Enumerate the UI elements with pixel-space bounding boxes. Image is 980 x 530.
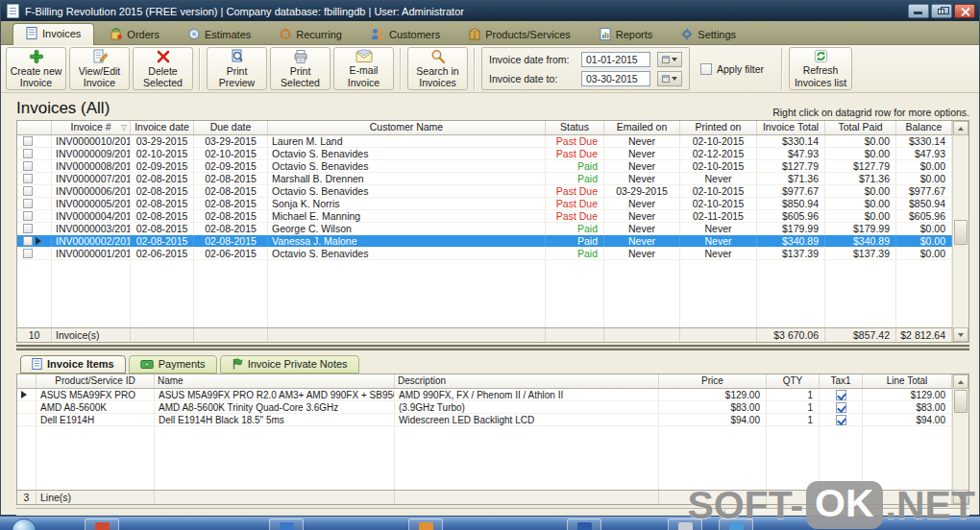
invoices-scrollbar[interactable] bbox=[952, 121, 968, 342]
date-from-picker-button[interactable] bbox=[657, 52, 682, 67]
restore-button[interactable] bbox=[931, 4, 952, 18]
tab-invoices[interactable]: Invoices bbox=[12, 23, 94, 45]
print-selected-button[interactable]: Print Selected bbox=[270, 47, 331, 90]
col-name[interactable]: Name bbox=[155, 374, 395, 388]
item-row[interactable]: ASUS M5A99FX PROASUS M5A99FX PRO R2.0 AM… bbox=[17, 389, 952, 401]
row-checkbox[interactable] bbox=[23, 199, 33, 208]
tab-invoice-private-notes[interactable]: Invoice Private Notes bbox=[220, 355, 359, 373]
scroll-up-button[interactable] bbox=[953, 121, 968, 135]
scroll-up-button[interactable] bbox=[953, 374, 968, 389]
tab-estimates[interactable]: Estimates bbox=[176, 25, 263, 44]
col-price[interactable]: Price bbox=[659, 374, 767, 388]
col-status[interactable]: Status bbox=[546, 121, 604, 134]
close-icon bbox=[961, 8, 969, 16]
col-invoice-number[interactable]: Invoice #▽ bbox=[52, 121, 131, 134]
col-balance[interactable]: Balance bbox=[896, 121, 952, 134]
products-icon bbox=[469, 28, 480, 40]
tab-label: Orders bbox=[127, 29, 159, 40]
invoice-row[interactable]: INV0000003/201502-08-201502-08-2015Georg… bbox=[17, 223, 952, 235]
row-checkbox[interactable] bbox=[23, 211, 33, 221]
line-count: 3 bbox=[17, 491, 37, 504]
col-select[interactable] bbox=[17, 121, 52, 134]
tab-orders[interactable]: Orders bbox=[98, 25, 172, 44]
invoice-row[interactable]: INV0000001/201502-06-201502-06-2015Octav… bbox=[17, 248, 952, 260]
invoice-row-selected[interactable]: INV0000002/201502-08-201502-08-2015Vanes… bbox=[17, 235, 952, 248]
col-due-date[interactable]: Due date bbox=[194, 121, 268, 134]
taskbar-app-2[interactable] bbox=[269, 518, 304, 530]
row-checkbox[interactable] bbox=[23, 236, 33, 246]
col-total-paid[interactable]: Total Paid bbox=[825, 121, 896, 134]
invoices-grid-header: Invoice #▽ Invoice date Due date Custome… bbox=[17, 121, 952, 135]
invoice-row[interactable]: INV0000008/201502-09-201502-09-2015Octav… bbox=[17, 160, 952, 173]
scrollbar-thumb[interactable] bbox=[954, 390, 968, 413]
row-checkbox[interactable] bbox=[23, 186, 33, 196]
row-checkbox[interactable] bbox=[23, 161, 33, 171]
watermark-part1: SOFT- bbox=[687, 483, 803, 528]
tab-label: Estimates bbox=[205, 29, 251, 40]
taskbar-app-3[interactable] bbox=[408, 518, 443, 530]
create-invoice-button[interactable]: Create new Invoice bbox=[6, 47, 66, 90]
orders-icon bbox=[110, 28, 122, 40]
col-invoice-total[interactable]: Invoice Total bbox=[757, 121, 825, 134]
tax1-checkbox-checked[interactable] bbox=[836, 415, 846, 425]
invoice-row[interactable]: INV0000010/201503-29-201503-29-2015Laure… bbox=[17, 135, 952, 148]
scrollbar-thumb[interactable] bbox=[954, 220, 968, 245]
tab-invoice-items[interactable]: Invoice Items bbox=[20, 355, 126, 373]
tab-reports[interactable]: Reports bbox=[587, 25, 666, 44]
tax1-checkbox-checked[interactable] bbox=[836, 390, 846, 400]
tax1-checkbox-checked[interactable] bbox=[836, 402, 846, 413]
toolbar-separator bbox=[781, 48, 783, 90]
row-checkbox[interactable] bbox=[23, 136, 33, 146]
invoices-grid-footer: 10 Invoice(s) $3 670.06 $857.42 $2 812.6… bbox=[17, 327, 952, 342]
row-checkbox[interactable] bbox=[23, 149, 33, 158]
row-checkbox[interactable] bbox=[23, 249, 33, 258]
splitter[interactable] bbox=[16, 345, 969, 350]
taskbar-app-1[interactable] bbox=[85, 518, 119, 530]
start-orb-icon[interactable] bbox=[12, 518, 37, 530]
row-checkbox[interactable] bbox=[23, 224, 33, 233]
scroll-down-button[interactable] bbox=[953, 327, 968, 342]
item-row[interactable]: Dell E1914HDell E1914H Black 18.5" 5msWi… bbox=[17, 414, 952, 426]
taskbar-app-4[interactable] bbox=[567, 518, 601, 530]
delete-selected-button[interactable]: Delete Selected bbox=[133, 47, 193, 90]
search-invoices-button[interactable]: Search in Invoices bbox=[407, 47, 468, 90]
button-label: E-mail Invoice bbox=[334, 64, 393, 87]
invoice-row[interactable]: INV0000007/201502-08-201502-08-2015Marsh… bbox=[17, 173, 952, 185]
invoice-row[interactable]: INV0000006/201502-08-201502-08-2015Octav… bbox=[17, 185, 952, 198]
row-checkbox[interactable] bbox=[23, 174, 33, 183]
date-to-picker-button[interactable] bbox=[657, 71, 682, 86]
col-emailed-on[interactable]: Emailed on bbox=[604, 121, 680, 134]
item-row[interactable]: AMD A8-5600KAMD A8-5600K Trinity Quad-Co… bbox=[17, 401, 952, 414]
invoice-row[interactable]: INV0000009/201502-10-201502-10-2015Octav… bbox=[17, 148, 952, 160]
printer-icon bbox=[293, 49, 308, 64]
invoice-row[interactable]: INV0000005/201502-08-201502-08-2015Sonja… bbox=[17, 198, 952, 210]
col-description[interactable]: Description bbox=[395, 374, 659, 388]
scroll-up-icon bbox=[958, 380, 964, 384]
tab-settings[interactable]: Settings bbox=[669, 25, 748, 44]
col-tax1[interactable]: Tax1 bbox=[820, 374, 863, 388]
col-qty[interactable]: QTY bbox=[767, 374, 820, 388]
status-badge: Paid bbox=[546, 160, 604, 172]
col-customer-name[interactable]: Customer Name bbox=[268, 121, 546, 134]
tab-payments[interactable]: Payments bbox=[129, 355, 217, 373]
invoice-row[interactable]: INV0000004/201502-08-201502-08-2015Micha… bbox=[17, 210, 952, 223]
col-line-total[interactable]: Line Total bbox=[863, 374, 952, 388]
date-from-field[interactable]: 01-01-2015 bbox=[581, 52, 650, 67]
date-to-field[interactable]: 03-30-2015 bbox=[581, 71, 650, 86]
email-invoice-button[interactable]: E-mail Invoice bbox=[333, 47, 394, 90]
tab-recurring[interactable]: Recurring bbox=[267, 25, 355, 44]
col-invoice-date[interactable]: Invoice date bbox=[131, 121, 194, 134]
apply-filter-checkbox[interactable] bbox=[700, 63, 712, 75]
footer-total-paid: $857.42 bbox=[825, 328, 896, 342]
refresh-invoices-button[interactable]: Refresh Invoices list bbox=[789, 47, 852, 90]
col-product-id[interactable]: Product/Service ID bbox=[37, 374, 155, 388]
col-printed-on[interactable]: Printed on bbox=[680, 121, 757, 134]
minimize-button[interactable] bbox=[908, 4, 929, 18]
recurring-icon bbox=[280, 28, 291, 40]
tab-customers[interactable]: Customers bbox=[358, 25, 453, 44]
scroll-down-icon bbox=[958, 333, 964, 337]
tab-products-services[interactable]: Products/Services bbox=[456, 25, 583, 44]
close-button[interactable] bbox=[954, 4, 975, 18]
view-edit-invoice-button[interactable]: View/Edit Invoice bbox=[69, 47, 130, 90]
print-preview-button[interactable]: Print Preview bbox=[207, 47, 267, 90]
